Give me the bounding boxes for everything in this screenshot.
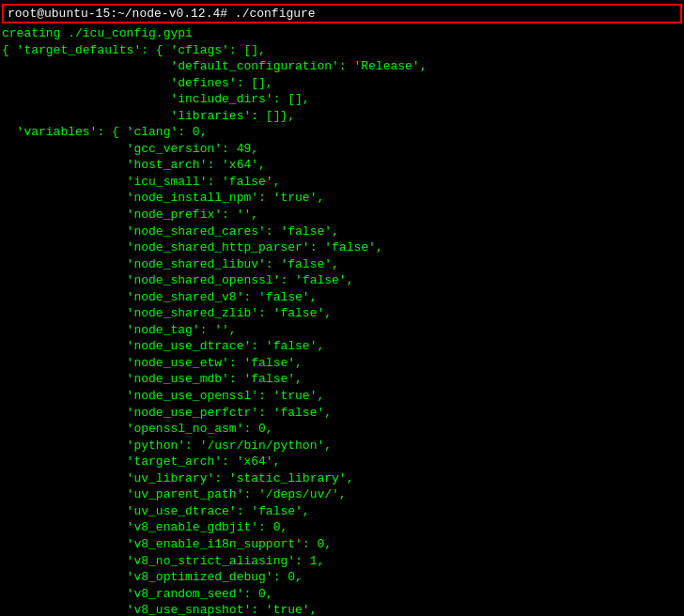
terminal: root@ubuntu-15:~/node-v0.12.4# ./configu… — [0, 0, 684, 616]
output-line: 'node_prefix': '', — [2, 207, 682, 223]
output-line: 'v8_enable_gdbjit': 0, — [2, 519, 682, 536]
output-line: 'node_shared_openssl': 'false', — [2, 272, 682, 289]
output-line: 'default_configuration': 'Release', — [2, 58, 682, 75]
output-line: creating ./icu_config.gypi — [2, 25, 682, 42]
output-line: 'node_use_openssl': 'true', — [2, 388, 682, 405]
output-line: 'defines': [], — [2, 75, 682, 92]
output-line: 'v8_no_strict_aliasing': 1, — [2, 553, 682, 570]
output-line: 'uv_library': 'static_library', — [2, 470, 682, 487]
output-line: 'node_shared_cares': 'false', — [2, 223, 682, 240]
command-text: ./configure — [235, 7, 316, 21]
output-line: { 'target_defaults': { 'cflags': [], — [2, 42, 682, 59]
output-line: 'v8_optimized_debug': 0, — [2, 569, 682, 586]
output-line: 'host_arch': 'x64', — [2, 157, 682, 174]
command-prompt: root@ubuntu-15:~/node-v0.12.4# — [8, 7, 235, 21]
output-line: 'node_use_dtrace': 'false', — [2, 338, 682, 355]
output-line: 'node_use_perfctr': 'false', — [2, 405, 682, 422]
output-line: 'node_shared_zlib': 'false', — [2, 305, 682, 322]
output-line: 'include_dirs': [], — [2, 91, 682, 108]
command-line: root@ubuntu-15:~/node-v0.12.4# ./configu… — [2, 4, 682, 23]
output-line: 'python': '/usr/bin/python', — [2, 438, 682, 454]
output-line: 'v8_use_snapshot': 'true', — [2, 602, 682, 616]
output-line: 'openssl_no_asm': 0, — [2, 421, 682, 438]
output-line: 'node_shared_libuv': 'false', — [2, 256, 682, 273]
output-line: 'target_arch': 'x64', — [2, 454, 682, 470]
output-lines: creating ./icu_config.gypi{ 'target_defa… — [2, 25, 682, 616]
output-line: 'v8_enable_i18n_support': 0, — [2, 536, 682, 553]
output-line: 'node_shared_http_parser': 'false', — [2, 239, 682, 256]
output-line: 'node_install_npm': 'true', — [2, 190, 682, 207]
output-line: 'v8_random_seed': 0, — [2, 586, 682, 603]
output-line: 'variables': { 'clang': 0, — [2, 124, 682, 141]
output-line: 'gcc_version': 49, — [2, 141, 682, 158]
output-line: 'node_use_etw': 'false', — [2, 355, 682, 372]
output-line: 'libraries': []}, — [2, 108, 682, 125]
output-line: 'node_tag': '', — [2, 322, 682, 339]
output-line: 'icu_small': 'false', — [2, 174, 682, 191]
output-line: 'uv_parent_path': '/deps/uv/', — [2, 486, 682, 503]
output-line: 'uv_use_dtrace': 'false', — [2, 503, 682, 520]
output-line: 'node_use_mdb': 'false', — [2, 371, 682, 388]
output-line: 'node_shared_v8': 'false', — [2, 289, 682, 306]
